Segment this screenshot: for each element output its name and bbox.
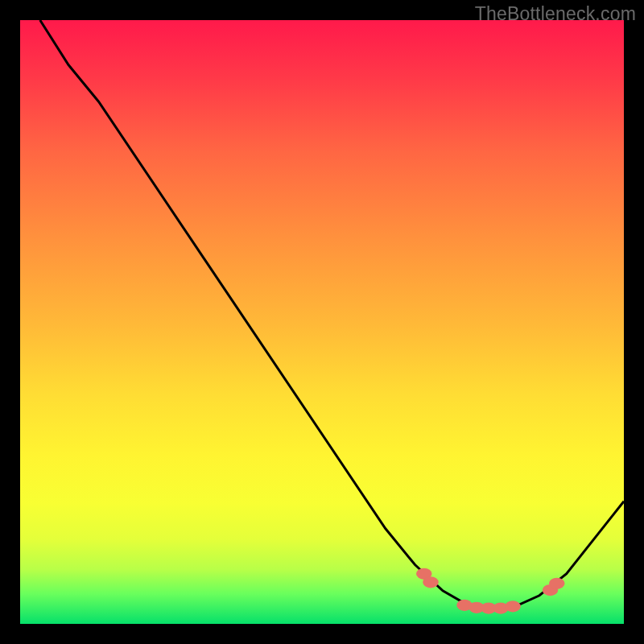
chart-svg: [20, 20, 624, 624]
curve-dot: [505, 601, 521, 612]
curve-dot: [549, 578, 565, 589]
plot-area: [20, 20, 624, 624]
bottleneck-curve: [40, 20, 624, 609]
curve-dots: [416, 568, 565, 614]
chart-frame: TheBottleneck.com: [0, 0, 644, 644]
curve-dot: [423, 576, 438, 588]
